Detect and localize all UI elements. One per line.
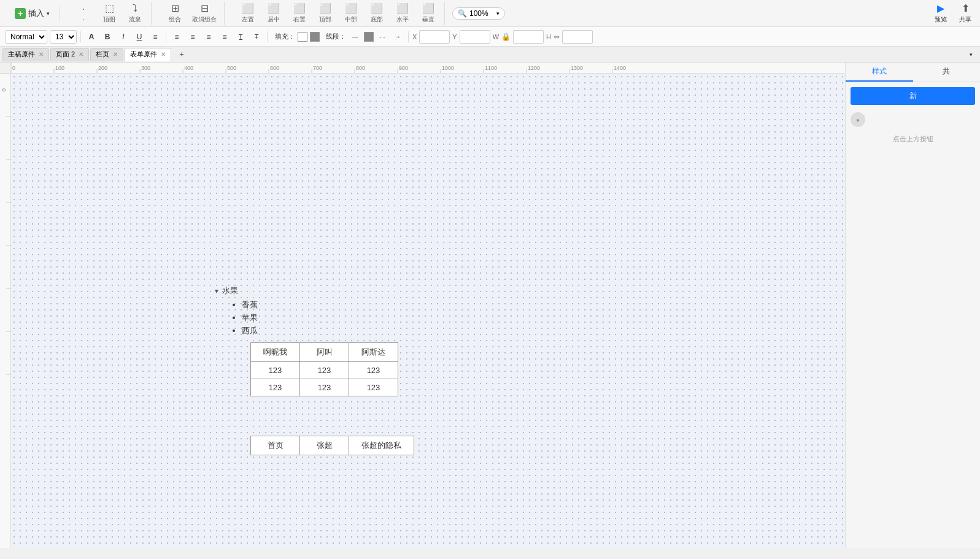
h-ruler-svg: 0 100 200 300 400 500 600 700 80 [11,63,845,74]
align-bottom-label: 底部 [371,15,383,24]
nav-cell-privacy[interactable]: 张超的隐私 [349,436,414,455]
group-ops: ⊞ 组合 ⊟ 取消组合 [159,2,225,25]
table-header-row: 啊昵我 阿叫 阿斯达 [251,343,398,362]
dot-tool-btn[interactable]: · · [72,2,95,25]
text-decoration-btn[interactable]: T̲ [234,30,247,44]
zoom-dropdown-icon: ▾ [496,10,500,17]
align-middle-v-btn[interactable]: ⬜ 中部 [340,2,362,25]
nav-table-element[interactable]: 首页 张超 张超的隐私 [250,436,414,455]
italic-btn[interactable]: I [117,30,130,44]
right-tab-share[interactable]: 共 [913,63,981,82]
tab-page2[interactable]: 页面 2 ✕ [50,48,89,61]
align-center-h-icon: ⬜ [268,2,280,14]
svg-text:200: 200 [98,65,107,71]
list-btn[interactable]: ≡ [149,30,162,44]
align-right-btn[interactable]: ⬜ 右置 [288,2,311,25]
right-new-button[interactable]: 新 [851,87,975,105]
stroke-color-box[interactable] [364,32,374,42]
combine-btn[interactable]: ⊞ 组合 [164,2,186,25]
insert-dropdown-icon: ▾ [47,10,50,17]
combine-icon: ⊞ [171,2,179,14]
align-right-label: 右置 [293,15,306,24]
stroke-end-btn[interactable]: → [391,30,404,44]
toolbar-top: + 插入 ▾ · · ⬚ 顶图 ⤵ 流泉 ⊞ 组合 ⊟ 取消组合 ⬜ [0,0,980,27]
insert-plus-icon: + [15,8,26,19]
align-top-btn[interactable]: ⬜ 顶部 [314,2,336,25]
align-top-label: 顶部 [319,15,331,24]
stroke-width-btn[interactable]: — [349,30,362,44]
y-input[interactable] [460,30,490,44]
font-color-btn[interactable]: A [85,30,98,44]
table-row-1: 123 123 123 [251,379,398,396]
preview-icon: ▶ [937,2,944,14]
align-left-btn[interactable]: ⬜ 左置 [237,2,259,25]
align-center-fmt-btn[interactable]: ≡ [186,30,199,44]
tab-form-close[interactable]: ✕ [161,51,166,58]
insert-button[interactable]: + 插入 ▾ [10,6,55,21]
distribute-v-btn[interactable]: ⬜ 垂直 [417,2,439,25]
cancel-combine-label: 取消组合 [192,15,217,24]
tab-column-close[interactable]: ✕ [113,51,118,58]
x-input[interactable] [419,30,450,44]
svg-text:100: 100 [55,65,64,71]
zoom-input[interactable] [469,9,494,18]
align-bottom-btn[interactable]: ⬜ 底部 [366,2,388,25]
table-cell-0-1: 123 [300,362,349,379]
data-table: 啊昵我 阿叫 阿斯达 123 123 123 123 1 [250,342,398,396]
align-right-fmt-btn[interactable]: ≡ [202,30,215,44]
strikethrough-btn[interactable]: T̶ [250,30,263,44]
tab-column[interactable]: 栏页 ✕ [90,48,123,61]
dotted-canvas: ▼ 水果 香蕉 苹果 西瓜 啊昵我 [11,74,845,548]
align-middle-v-label: 中部 [345,15,357,24]
cancel-combine-btn[interactable]: ⊟ 取消组合 [190,2,219,25]
ruler-corner [0,63,11,74]
align-center-h-btn[interactable]: ⬜ 居中 [263,2,285,25]
h-input[interactable] [562,30,593,44]
distribute-h-btn[interactable]: ⬜ 水平 [392,2,414,25]
fill-color-box2[interactable] [310,32,320,42]
canvas-area[interactable]: ▼ 水果 香蕉 苹果 西瓜 啊昵我 [11,74,845,548]
style-dot: ● [851,112,865,127]
stroke-style-btn[interactable]: - - [376,30,389,44]
font-size-select[interactable]: 13 [50,30,77,44]
svg-text:1300: 1300 [571,65,583,71]
right-tab-style[interactable]: 样式 [846,63,913,82]
main-area: 0 100 200 300 400 500 600 700 80 [0,63,980,548]
page-icon: ⬚ [105,2,114,14]
preview-button[interactable]: ▶ 预览 [931,1,951,25]
align-justify-fmt-btn[interactable]: ≡ [218,30,231,44]
underline-btn[interactable]: U [133,30,146,44]
tab-master-close[interactable]: ✕ [39,51,44,58]
style-select[interactable]: Normal [5,30,47,44]
toolbar-format: Normal 13 A B I U ≡ ≡ ≡ ≡ ≡ T̲ T̶ 填充： 线段… [0,27,980,47]
distribute-h-icon: ⬜ [396,2,409,14]
tab-form[interactable]: 表单原件 ✕ [125,48,171,61]
align-right-icon: ⬜ [293,2,306,14]
list-collapse-icon[interactable]: ▼ [214,288,220,295]
x-label: X [412,33,417,40]
tabs-dropdown-btn[interactable]: ▾ [964,48,978,61]
tools-group: · · ⬚ 顶图 ⤵ 流泉 [68,2,152,25]
nav-cell-home[interactable]: 首页 [251,436,300,455]
fmt-divider-2 [166,31,166,42]
fmt-divider-3 [267,31,268,42]
bold-btn[interactable]: B [101,30,114,44]
align-left-fmt-btn[interactable]: ≡ [170,30,183,44]
fill-color-box[interactable] [298,32,307,42]
tab-page2-close[interactable]: ✕ [79,51,83,58]
svg-text:0: 0 [1,88,7,91]
data-table-element[interactable]: 啊昵我 阿叫 阿斯达 123 123 123 123 1 [250,342,398,396]
tab-column-label: 栏页 [96,50,109,59]
share-button[interactable]: ⬆ 共享 [955,1,975,25]
svg-text:1100: 1100 [485,65,497,71]
flow-btn[interactable]: ⤵ 流泉 [124,2,146,25]
tab-master[interactable]: 主稿原件 ✕ [2,48,49,61]
svg-text:0: 0 [12,65,15,71]
list-element[interactable]: ▼ 水果 香蕉 苹果 西瓜 [214,285,258,337]
lock-icon: 🔒 [501,33,511,41]
add-tab-btn[interactable]: ＋ [175,48,188,61]
nav-cell-zhangchao[interactable]: 张超 [300,436,349,455]
w-input[interactable] [513,30,544,44]
preview-label: 预览 [935,15,947,24]
page-btn[interactable]: ⬚ 顶图 [98,2,120,25]
